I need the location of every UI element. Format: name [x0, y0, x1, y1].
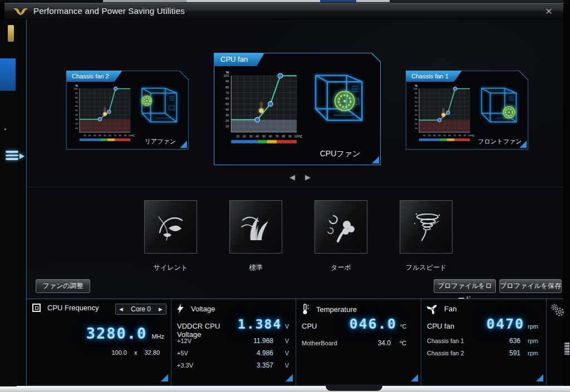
core-selector[interactable]: ◀ Core 0 ▶ [115, 304, 166, 315]
titlebar[interactable]: Performance and Power Saving Utilities × [4, 3, 563, 19]
cpu-frequency-readout: 3280.0 MHz [27, 325, 164, 342]
mode-button-full-speed[interactable]: フルスピード [400, 200, 453, 272]
svg-text:90: 90 [415, 92, 417, 95]
svg-text:30: 30 [225, 113, 229, 117]
svg-text:100: 100 [414, 87, 418, 90]
fan-card-chassis-fan-2[interactable]: 102030405060708090100%102030405060708090… [66, 71, 189, 150]
row-unit: V [273, 338, 289, 344]
mhz-unit: MHz [151, 333, 164, 340]
close-button[interactable]: × [542, 4, 556, 18]
card-body: 102030405060708090100%102030405060708090… [67, 71, 188, 149]
svg-text:70: 70 [453, 134, 456, 137]
case-graphic-wrap: フロントファン [474, 83, 525, 148]
fan-icon [427, 304, 438, 314]
svg-text:50: 50 [75, 109, 78, 112]
svg-text:10: 10 [225, 125, 229, 128]
carousel-next-button[interactable]: ▶ [302, 171, 314, 183]
temperature-rows: MotherBoard 34.0 °C [302, 339, 406, 347]
svg-text:50: 50 [104, 134, 106, 137]
svg-text:90: 90 [288, 135, 292, 138]
fan-modes-row: サイレント [144, 200, 453, 272]
panel-resize-triangle [286, 374, 293, 381]
svg-text:40: 40 [75, 113, 78, 116]
full-speed-tornado-icon [410, 210, 443, 244]
background-right-fragment [564, 343, 569, 355]
row-label: MotherBoard [302, 340, 337, 346]
row-label: Chassis fan 2 [427, 350, 464, 356]
fan-location-label: フロントファン [474, 137, 525, 146]
cpu-frequency-value: 3280.0 [86, 325, 148, 342]
voltage-rows: +12V 11.968 V +5V 4.986 V +3.3V [177, 337, 289, 369]
fan-location-label: CPUファン [303, 149, 377, 159]
card-corner-triangle [180, 141, 187, 148]
svg-text:40: 40 [225, 108, 229, 111]
panel-header: CPU Frequency [32, 304, 99, 312]
core-next-button[interactable]: ▶ [159, 306, 163, 312]
fan-rows: Chassis fan 1 636 rpm Chassis fan 2 591 … [427, 337, 538, 357]
core-prev-button[interactable]: ◀ [119, 306, 123, 312]
mode-icon-tile[interactable] [229, 200, 282, 254]
svg-text:70: 70 [276, 135, 279, 138]
svg-text:90: 90 [464, 134, 466, 137]
fan-curve-chart-chassis-2: 102030405060708090100%102030405060708090… [69, 83, 135, 145]
card-body: 102030405060708090100%102030405060708090… [406, 71, 528, 149]
settings-gears-button[interactable] [548, 302, 565, 320]
row-label: +3.3V [177, 362, 193, 369]
row-unit: °C [391, 340, 406, 346]
mode-icon-tile[interactable] [144, 200, 197, 254]
divider [27, 187, 563, 187]
svg-text:30: 30 [249, 135, 253, 138]
svg-text:60: 60 [448, 134, 451, 137]
svg-text:60: 60 [415, 105, 417, 107]
row-value: 636 [509, 337, 520, 345]
svg-text:100: 100 [224, 74, 229, 77]
background-dot-fragment [4, 128, 6, 130]
multiplier-value: 32.80 [144, 349, 160, 356]
voltage-row-12v: +12V 11.968 V [177, 337, 289, 345]
cpu-fan-rpm-row: CPU fan 0470 rpm [427, 316, 538, 332]
mode-icon-tile[interactable] [400, 200, 453, 254]
card-corner-triangle [372, 156, 379, 163]
load-profile-button[interactable]: プロファイルをロード [434, 279, 496, 293]
fan-curve-chart-chassis-1: 102030405060708090100%102030405060708090… [409, 83, 474, 145]
monitor-panel-voltage: Voltage VDDCR CPU Voltage 1.384 V +12V 1… [171, 299, 296, 385]
svg-text:40: 40 [438, 134, 441, 137]
menu-arrow-icon [19, 153, 24, 159]
row-value: 591 [509, 349, 520, 357]
fan-card-cpu-fan[interactable]: 102030405060708090100%102030405060708090… [214, 53, 381, 165]
mode-icon-tile[interactable] [315, 200, 367, 254]
multiplier-sign: x [134, 349, 137, 356]
cpu-temp-label: CPU [302, 322, 317, 330]
svg-text:%: % [226, 70, 229, 74]
svg-text:30: 30 [94, 134, 96, 137]
mode-button-silent[interactable]: サイレント [144, 200, 197, 272]
volt-unit: V [285, 324, 289, 330]
fan-tuning-button[interactable]: ファンの調整 [36, 279, 90, 293]
svg-text:60: 60 [75, 105, 78, 107]
svg-text:20: 20 [89, 134, 91, 137]
monitor-panel-temperature: Temperature CPU 046.0 °C MotherBoard 34.… [296, 299, 421, 385]
celsius-unit: °C [400, 324, 406, 330]
thermometer-icon [302, 304, 309, 315]
slide-out-menu-handle[interactable] [4, 149, 27, 166]
mode-button-standard[interactable]: 標準 [229, 200, 282, 272]
svg-text:30: 30 [75, 118, 78, 121]
carousel-prev-button[interactable]: ◀ [286, 171, 298, 183]
content-area: 102030405060708090100%102030405060708090… [26, 19, 563, 386]
window-title: Performance and Power Saving Utilities [33, 6, 185, 16]
panel-header: Voltage [177, 304, 215, 314]
svg-text:%: % [76, 85, 78, 87]
card-tab: Chassis fan 1 [406, 71, 462, 82]
voltage-row-3v3: +3.3V 3.357 V [177, 361, 289, 369]
svg-text:10: 10 [83, 134, 86, 137]
panel-title: Fan [444, 305, 456, 313]
gears-icon [548, 302, 565, 318]
panel-resize-triangle [161, 374, 168, 381]
chassis-fan-2-row: Chassis fan 2 591 rpm [427, 349, 538, 357]
mode-button-turbo[interactable]: ターボ [315, 200, 367, 272]
fan-card-chassis-fan-1[interactable]: 102030405060708090100%102030405060708090… [406, 71, 528, 150]
row-label: Chassis fan 1 [427, 338, 464, 344]
save-profile-button[interactable]: プロファイルを保存 [499, 279, 562, 293]
vddcr-label: VDDCR CPU Voltage [177, 322, 234, 339]
card-body: 102030405060708090100%102030405060708090… [214, 53, 380, 165]
